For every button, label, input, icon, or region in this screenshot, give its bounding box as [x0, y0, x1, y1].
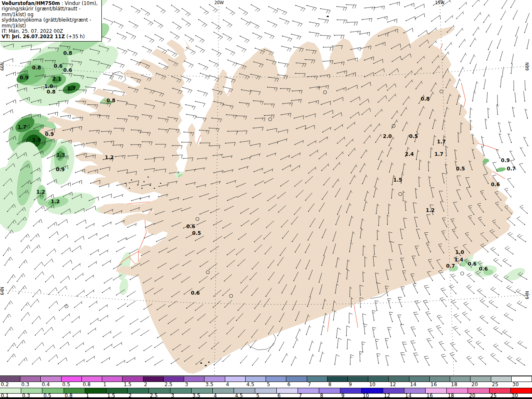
colorbar-segment [286, 376, 307, 382]
colorbar-tick-label: 1.5 [123, 382, 131, 387]
precip-value-label: 0.9 [45, 131, 54, 137]
precip-value-label: 1.5 [393, 177, 402, 183]
colorbar-tick-label: 2.5 [165, 382, 172, 387]
precip-value-label: 0.6 [54, 63, 62, 69]
colorbar-segment [307, 376, 328, 382]
precip-value-label: 1.4 [454, 257, 463, 263]
colorbar-tick-label: 1 [103, 382, 106, 387]
colorbar-tick-label: 6 [287, 382, 291, 387]
colorbar-segment [347, 376, 368, 382]
precip-value-label: 0.7 [507, 166, 515, 172]
colorbar-tick-label: 16 [431, 382, 437, 387]
colorbar-segment [143, 376, 164, 382]
precip-value-label: 0.6 [479, 266, 488, 272]
colorbar-segment [368, 376, 389, 382]
colorbar-segment [409, 376, 430, 382]
precip-value-label: 0.5 [456, 166, 465, 172]
precip-value-label: 1.7 [67, 86, 76, 91]
bottom-black-bar [0, 397, 532, 399]
colorbar-segment [225, 376, 246, 382]
precip-value-label: 0.7 [446, 263, 455, 269]
colorbar-tick-label: 0.5 [62, 382, 70, 387]
precip-value-label: 0.9 [501, 158, 510, 163]
precip-value-label: 1.2 [105, 155, 113, 160]
latitude-label: 64N [525, 291, 530, 299]
colorbar-segment [245, 376, 266, 382]
colorbar-segment [0, 376, 20, 382]
info-line-valid-time: VT: þri. 26.07.2022 11Z (+35 h) [2, 34, 100, 39]
info-line-2: rigning/skúrir (grænt/blátt/rautt - mm/1… [2, 6, 100, 17]
precipitation-colorbar: 0.20.30.40.50.811.522.533.544.5567891012… [0, 375, 532, 398]
precip-value-label: 0.6 [63, 67, 72, 73]
iceland-weather-map: 0.80.80.60.60.92.11.00.81.70.81.72.90.91… [0, 0, 532, 375]
colorbar-tick-label: 0.8 [83, 382, 91, 387]
model-title: Veðurstofan/HM750m [2, 0, 60, 6]
colorbar-tick-label: 2 [144, 382, 148, 387]
colorbar-segment [102, 376, 123, 382]
colorbar-tick-label: 18 [451, 382, 457, 387]
precip-value-label: 1.2 [36, 189, 45, 195]
colorbar-segment [327, 376, 348, 382]
precip-value-label: 1.2 [426, 207, 434, 213]
colorbar-segment [20, 376, 41, 382]
longitude-label: 15W [435, 0, 445, 5]
colorbar-tick-label: 20 [471, 382, 478, 387]
latitude-label: 66N [525, 62, 530, 71]
colorbar-tick-label: 30 [512, 382, 519, 387]
colorbar-segment [450, 376, 470, 382]
colorbar-tick-label: 25 [492, 382, 498, 387]
colorbar-segment [388, 376, 409, 382]
colorbar-segment [81, 376, 102, 382]
info-line-init-time: IT: Mán. 25. 07. 2022 00Z [2, 29, 100, 34]
precip-value-label: 1.7 [17, 124, 26, 130]
colorbar-segment [40, 376, 61, 382]
precip-value-label: 1.3 [56, 152, 65, 158]
longitude-label: 20W [214, 0, 224, 5]
colorbar-tick-label: 9 [349, 382, 352, 387]
forecast-info-box: Veðurstofan/HM750m : Vindur (10m), rigni… [0, 0, 102, 42]
colorbar-segment [511, 376, 532, 382]
info-line-1: Veðurstofan/HM750m : Vindur (10m), [2, 1, 100, 6]
colorbar-tick-label: 8 [328, 382, 332, 387]
precip-value-label: 2.0 [383, 133, 392, 139]
colorbar-segment [429, 376, 450, 382]
colorbar-tick-label: 4.5 [246, 382, 254, 387]
precip-value-label: 0.8 [63, 50, 72, 56]
colorbar-tick-label: 3 [185, 382, 188, 387]
colorbar-tick-label: 3.5 [205, 382, 213, 387]
precip-value-label: 1.0 [455, 249, 464, 255]
precip-value-label: 0.8 [47, 89, 55, 95]
precip-value-label: 0.9 [56, 167, 64, 172]
precip-value-label: 0.6 [468, 261, 476, 267]
precip-value-label: 0.5 [192, 230, 201, 236]
colorbar-segment [163, 376, 184, 382]
precip-value-label: 0.6 [191, 290, 200, 296]
weather-map-app: 0.80.80.60.60.92.11.00.81.70.81.72.90.91… [0, 0, 532, 399]
precip-value-label: 1.7 [434, 151, 443, 157]
colorbar-tick-label: 0.3 [21, 382, 29, 387]
colorbar-segment [122, 376, 143, 382]
colorbar-tick-label: 5 [267, 382, 270, 387]
colorbar-segment [184, 376, 204, 382]
colorbar-segment [491, 376, 512, 382]
colorbar-segment [61, 376, 82, 382]
precip-value-label: 0.6 [186, 224, 195, 229]
latitude-label: 66N [0, 62, 5, 71]
colorbar-tick-label: 0.4 [42, 382, 49, 387]
colorbar-tick-label: 10 [369, 382, 375, 387]
precip-value-label: 2.1 [52, 76, 61, 82]
colorbar-segment [266, 376, 286, 382]
colorbar-tick-label: 7 [308, 382, 311, 387]
precip-value-label: 0.5 [409, 133, 418, 139]
colorbar-tick-label: 4 [226, 382, 229, 387]
precip-value-label: 0.8 [32, 65, 41, 71]
colorbar-row-rain-snow [0, 376, 532, 382]
colorbar-tick-label: 14 [410, 382, 416, 387]
precip-value-label: 2.4 [405, 151, 414, 157]
precip-value-label: 0.6 [491, 182, 500, 187]
precip-value-label: 1.0 [44, 84, 53, 89]
colorbar-tick-label: 0.2 [1, 382, 9, 387]
precip-value-label: 0.8 [421, 96, 429, 102]
precip-value-label: 1.7 [437, 139, 446, 145]
colorbar-segment [204, 376, 225, 382]
